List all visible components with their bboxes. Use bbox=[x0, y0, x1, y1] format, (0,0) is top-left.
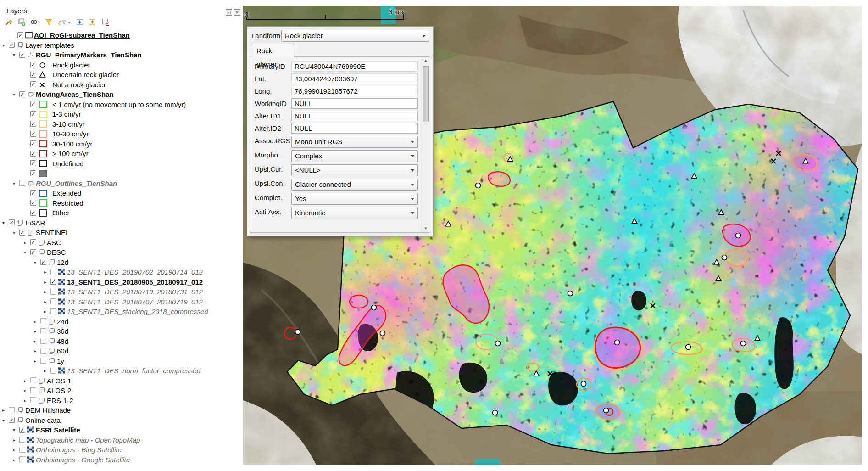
layer-row-1y[interactable]: ▸1y bbox=[0, 356, 243, 366]
layer-row-undefined[interactable]: ✓Undefined bbox=[0, 159, 243, 169]
visibility-checkbox[interactable]: ✓ bbox=[9, 219, 15, 225]
filter-legend-icon[interactable] bbox=[45, 18, 53, 26]
visibility-checkbox[interactable] bbox=[50, 368, 56, 374]
scroll-up-icon[interactable]: ▲ bbox=[422, 57, 429, 64]
visibility-checkbox[interactable] bbox=[40, 338, 46, 344]
visibility-checkbox[interactable]: ✓ bbox=[50, 279, 56, 285]
rock-glacier-marker[interactable] bbox=[380, 331, 385, 336]
rock-glacier-marker[interactable] bbox=[686, 345, 691, 350]
expand-icon[interactable]: ▸ bbox=[34, 317, 36, 327]
expand-icon[interactable]: ▸ bbox=[44, 307, 46, 317]
visibility-checkbox[interactable] bbox=[50, 308, 56, 314]
visibility-checkbox[interactable]: ✓ bbox=[40, 259, 46, 265]
layer-row-60d[interactable]: ▸60d bbox=[0, 346, 243, 356]
visibility-checkbox[interactable]: ✓ bbox=[30, 170, 36, 176]
add-group-icon[interactable] bbox=[17, 18, 26, 26]
visibility-checkbox[interactable] bbox=[30, 397, 36, 403]
visibility-checkbox[interactable]: ✓ bbox=[30, 151, 36, 157]
rock-glacier-marker[interactable] bbox=[604, 408, 609, 413]
assoc-rgs-field[interactable]: Mono-unit RGS bbox=[291, 136, 418, 148]
visibility-checkbox[interactable]: ✓ bbox=[9, 417, 15, 423]
close-panel-icon[interactable]: ✕ bbox=[234, 9, 240, 16]
visibility-checkbox[interactable]: ✓ bbox=[30, 111, 36, 117]
scroll-down-icon[interactable]: ▼ bbox=[422, 225, 429, 232]
visibility-checkbox[interactable]: ✓ bbox=[30, 239, 36, 245]
visibility-checkbox[interactable]: ✓ bbox=[30, 210, 36, 216]
expand-icon[interactable]: ▸ bbox=[34, 356, 36, 366]
layer-row-not-a-rock-glacier[interactable]: ✓Not a rock glacier bbox=[0, 80, 243, 90]
morpho-field[interactable]: Complex bbox=[291, 150, 418, 162]
visibility-checkbox[interactable] bbox=[40, 358, 46, 364]
visibility-checkbox[interactable] bbox=[19, 456, 25, 462]
layer-row-13-sent1-des-20180719-20180731-012[interactable]: ▸13_SENT1_DES_20180719_20180731_012 bbox=[0, 287, 243, 297]
layer-row-extended[interactable]: ✓Extended bbox=[0, 188, 243, 198]
upsl-cur-field[interactable]: <NULL> bbox=[291, 164, 418, 176]
layer-row-movingareas-tienshan[interactable]: ▾✓MovingAreas_TienShan bbox=[0, 90, 243, 100]
layer-row-restricted[interactable]: ✓Restricted bbox=[0, 198, 243, 208]
layer-row-10-30-cm-yr[interactable]: ✓10-30 cm/yr bbox=[0, 129, 243, 139]
collapse-icon[interactable]: ▾ bbox=[2, 40, 5, 50]
expand-icon[interactable]: ▸ bbox=[44, 297, 46, 307]
layer-row-36d[interactable]: ▸36d bbox=[0, 326, 243, 336]
primaryid-field[interactable]: RGU430044N769990E bbox=[291, 61, 418, 72]
layer-row-online-data[interactable]: ▾✓Online data bbox=[0, 415, 243, 426]
long-field[interactable]: 76,99901921857672 bbox=[291, 86, 418, 96]
collapse-icon[interactable]: ▾ bbox=[24, 247, 26, 258]
layer-row-asc[interactable]: ▸✓ASC bbox=[0, 238, 243, 248]
collapse-icon[interactable]: ▾ bbox=[13, 228, 15, 238]
layer-row-dem-hillshade[interactable]: ▸DEM Hillshade bbox=[0, 405, 243, 415]
layer-row-insar[interactable]: ▾✓InSAR bbox=[0, 218, 243, 228]
layer-row-orthoimages-bing-satellite[interactable]: ▸Orthoimages - Bing Satellite bbox=[0, 445, 243, 455]
layer-row-rgu-primarymarkers-tienshan[interactable]: ▾✓RGU_PrimaryMarkers_TienShan bbox=[0, 50, 243, 60]
layer-row-30-100-cm-yr[interactable]: ✓30-100 cm/yr bbox=[0, 139, 243, 149]
visibility-checkbox[interactable]: ✓ bbox=[30, 101, 36, 107]
expand-icon[interactable]: ▸ bbox=[13, 455, 15, 465]
collapse-all-icon[interactable] bbox=[89, 18, 97, 26]
layer-row-1-3-cm-yr[interactable]: ✓1-3 cm/yr bbox=[0, 109, 243, 119]
alter-id2-field[interactable]: NULL bbox=[291, 123, 418, 134]
filter-expression-icon[interactable]: ε bbox=[57, 18, 71, 26]
collapse-icon[interactable]: ▾ bbox=[2, 415, 5, 426]
visibility-checkbox[interactable] bbox=[30, 387, 36, 393]
map-themes-eye-icon[interactable] bbox=[30, 18, 40, 26]
visibility-checkbox[interactable]: ✓ bbox=[19, 230, 25, 236]
visibility-checkbox[interactable]: ✓ bbox=[19, 91, 25, 97]
landform-select[interactable]: Rock glacier bbox=[281, 30, 429, 42]
rock-glacier-marker[interactable] bbox=[736, 233, 741, 238]
expand-icon[interactable]: ▸ bbox=[34, 336, 36, 347]
layer-row-topographic-map-opentopomap[interactable]: ▸Topographic map - OpenTopoMap bbox=[0, 435, 243, 445]
scrollbar-thumb[interactable] bbox=[423, 66, 429, 122]
layer-row-aoi-rogi-subarea-tienshan[interactable]: ✓AOI_RoGI-subarea_TienShan bbox=[0, 30, 243, 40]
visibility-checkbox[interactable] bbox=[19, 447, 25, 453]
rock-glacier-marker[interactable] bbox=[295, 330, 300, 335]
rock-glacier-marker[interactable] bbox=[615, 340, 620, 345]
visibility-checkbox[interactable]: ✓ bbox=[17, 32, 23, 38]
visibility-checkbox[interactable]: ✓ bbox=[30, 131, 36, 137]
visibility-checkbox[interactable] bbox=[40, 318, 46, 324]
layer-row-esri-satellite[interactable]: ▾✓ESRI Satellite bbox=[0, 425, 243, 435]
expand-icon[interactable]: ▸ bbox=[44, 287, 46, 297]
layer-row-rock-glacier[interactable]: ✓Rock glacier bbox=[0, 60, 243, 70]
visibility-checkbox[interactable]: ✓ bbox=[30, 200, 36, 206]
expand-icon[interactable]: ▸ bbox=[44, 267, 46, 277]
collapse-icon[interactable]: ▾ bbox=[13, 425, 15, 435]
visibility-checkbox[interactable]: ✓ bbox=[30, 72, 36, 78]
layer-row-rgu-outlines-tienshan[interactable]: ▾RGU_Outlines_TienShan bbox=[0, 179, 243, 189]
expand-icon[interactable]: ▸ bbox=[34, 326, 36, 336]
layer-row-13-sent1-des-stacking-2018-compressed[interactable]: ▸13_SENT1_DES_stacking_2018_compressed bbox=[0, 307, 243, 317]
layer-row-48d[interactable]: ▸48d bbox=[0, 336, 243, 347]
layer-row-1-cm-yr-no-movement-up-to-some-mm-yr[interactable]: ✓< 1 cm/yr (no movement up to some mm/yr… bbox=[0, 100, 243, 110]
expand-icon[interactable]: ▸ bbox=[24, 386, 26, 396]
visibility-checkbox[interactable] bbox=[30, 377, 36, 383]
expand-icon[interactable]: ▸ bbox=[44, 277, 46, 287]
collapse-icon[interactable]: ▾ bbox=[13, 50, 15, 60]
collapse-icon[interactable]: ▾ bbox=[34, 258, 36, 268]
expand-icon[interactable]: ▸ bbox=[13, 435, 15, 445]
layer-row-13-sent1-des-20190702-20190714-012[interactable]: ▸13_SENT1_DES_20190702_20190714_012 bbox=[0, 267, 243, 277]
layer-row-13-sent1-des-norm-factor-compressed[interactable]: ▸13_SENT1_DES_norm_factor_compressed bbox=[0, 366, 243, 376]
layer-row-alos-2[interactable]: ▸ALOS-2 bbox=[0, 386, 243, 396]
visibility-checkbox[interactable] bbox=[19, 180, 25, 186]
rock-glacier-marker[interactable] bbox=[722, 255, 727, 260]
acti-ass-field[interactable]: Kinematic bbox=[291, 207, 418, 219]
expand-icon[interactable]: ▸ bbox=[44, 366, 46, 376]
